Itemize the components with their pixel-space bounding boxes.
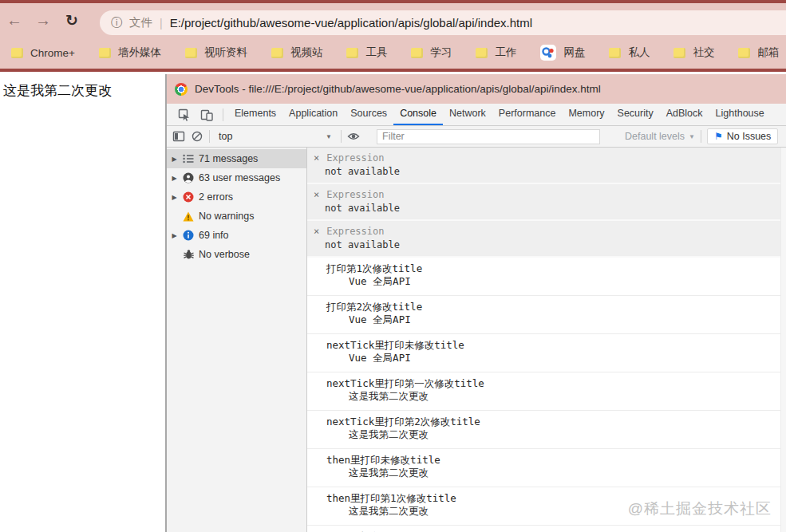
sidebar-item-info[interactable]: ▶ 69 info xyxy=(167,226,306,245)
inspect-element-icon[interactable] xyxy=(178,108,191,121)
bookmark-label: 墙外媒体 xyxy=(118,45,161,60)
bookmark-label: 视频站 xyxy=(290,45,323,60)
chevron-down-icon: ▼ xyxy=(326,133,332,140)
device-toolbar-icon[interactable] xyxy=(200,108,213,121)
console-log-row[interactable]: 打印第1次修改title Vue 全局API xyxy=(307,258,786,296)
clear-console-icon[interactable] xyxy=(191,130,203,143)
address-bar[interactable]: ⓘ 文件 | E:/project/github/awesome-vue/app… xyxy=(100,10,786,35)
remove-expression-icon[interactable]: × xyxy=(314,227,319,236)
remove-expression-icon[interactable]: × xyxy=(314,190,319,199)
reload-icon[interactable]: ↻ xyxy=(57,11,86,30)
juejin-watermark: @稀土掘金技术社区 xyxy=(628,499,772,519)
bookmark-private[interactable]: 私人 xyxy=(609,45,650,60)
log-levels-label: Default levels xyxy=(625,131,685,142)
bookmark-label: 网盘 xyxy=(563,45,585,60)
sidebar-item-label: 63 user messages xyxy=(199,172,280,183)
sidebar-item-errors[interactable]: ▶ 2 errors xyxy=(167,187,306,207)
sidebar-item-label: No verbose xyxy=(199,249,250,260)
url-text[interactable]: E:/project/github/awesome-vue/applicatio… xyxy=(170,16,532,30)
context-selector[interactable]: top ▼ xyxy=(215,131,335,142)
bug-icon xyxy=(183,249,194,260)
back-icon[interactable]: ← xyxy=(0,11,29,30)
bookmark-video-sites[interactable]: 视频站 xyxy=(271,45,323,60)
bookmark-chrome-plus[interactable]: Chrome+ xyxy=(11,47,75,59)
console-log-row[interactable]: then里打印未修改title 这是我第二次更改 xyxy=(307,449,786,487)
log-levels-dropdown[interactable]: Default levels ▼ xyxy=(625,131,695,142)
folder-icon xyxy=(609,48,621,58)
tab-network[interactable]: Network xyxy=(443,104,492,125)
console-sidebar-toggle-icon[interactable] xyxy=(172,130,185,143)
bookmark-study[interactable]: 学习 xyxy=(411,45,452,60)
devtools-window: DevTools - file:///E:/project/github/awe… xyxy=(165,74,786,532)
bookmark-social[interactable]: 社交 xyxy=(673,45,714,60)
tab-security[interactable]: Security xyxy=(611,104,660,125)
sidebar-item-user-messages[interactable]: ▶ 63 user messages xyxy=(167,168,306,187)
bookmark-label: 私人 xyxy=(628,45,650,60)
remove-expression-icon[interactable]: × xyxy=(314,153,319,163)
tab-sources[interactable]: Sources xyxy=(344,104,393,125)
toolbar-separator xyxy=(209,130,210,143)
bookmark-av-material[interactable]: 视听资料 xyxy=(185,45,247,60)
folder-icon xyxy=(346,48,358,58)
sidebar-item-warnings[interactable]: No warnings xyxy=(167,207,306,226)
console-log-row[interactable]: nextTick里打印未修改title Vue 全局API xyxy=(307,334,786,372)
page-info-icon[interactable]: ⓘ xyxy=(111,16,122,30)
devtools-tabbar: Elements Application Sources Console Net… xyxy=(167,104,786,126)
sidebar-item-verbose[interactable]: No verbose xyxy=(167,245,306,264)
folder-icon xyxy=(185,48,197,58)
sidebar-item-all-messages[interactable]: ▶ 71 messages xyxy=(167,149,306,168)
log-line-value: Vue 全局API xyxy=(326,352,786,365)
chevron-down-icon: ▼ xyxy=(689,133,695,140)
console-content: ▶ 71 messages ▶ xyxy=(167,148,786,532)
folder-icon xyxy=(411,48,423,58)
messages-list-icon xyxy=(183,153,194,164)
expand-arrow-icon[interactable]: ▶ xyxy=(171,194,178,201)
filter-input[interactable] xyxy=(377,129,600,144)
page-body-text: 这是我第二次更改 xyxy=(3,81,112,100)
console-log-row[interactable]: nextTick里打印第2次修改title 这是我第二次更改 xyxy=(307,411,786,449)
bookmark-work[interactable]: 工作 xyxy=(476,45,516,60)
live-expression[interactable]: × Expression not available xyxy=(307,184,786,221)
bookmark-label: Chrome+ xyxy=(30,47,75,59)
bookmark-label: 邮箱 xyxy=(757,45,779,60)
folder-icon xyxy=(271,48,283,58)
bookmark-overseas-media[interactable]: 墙外媒体 xyxy=(99,45,161,60)
sidebar-item-label: 71 messages xyxy=(199,153,258,164)
devtools-titlebar[interactable]: DevTools - file:///E:/project/github/awe… xyxy=(167,74,786,104)
console-scrollbar[interactable] xyxy=(780,148,786,532)
tab-elements[interactable]: Elements xyxy=(228,104,282,125)
expand-arrow-icon[interactable]: ▶ xyxy=(171,232,178,239)
sidebar-item-label: No warnings xyxy=(199,211,254,222)
no-issues-button[interactable]: ⚑ No Issues xyxy=(707,128,778,144)
user-icon xyxy=(183,172,194,183)
live-expression[interactable]: × Expression not available xyxy=(307,148,786,184)
log-line-value: Vue 全局API xyxy=(326,313,786,326)
browser-toolbar: ← → ↻ ⓘ 文件 | E:/project/github/awesome-v… xyxy=(0,3,786,37)
bookmark-tools[interactable]: 工具 xyxy=(346,45,387,60)
console-log-row[interactable]: nextTick里打印第一次修改title 这是我第二次更改 xyxy=(307,372,786,411)
live-expression[interactable]: × Expression not available xyxy=(307,221,786,258)
console-log-row[interactable]: 打印第2次修改title Vue 全局API xyxy=(307,296,786,334)
warning-icon xyxy=(183,211,194,222)
tab-adblock[interactable]: AdBlock xyxy=(660,104,709,125)
tab-memory[interactable]: Memory xyxy=(562,104,610,125)
live-expression-eye-icon[interactable] xyxy=(347,130,360,143)
expand-arrow-icon[interactable]: ▶ xyxy=(171,156,178,163)
tab-application[interactable]: Application xyxy=(282,104,344,125)
sidebar-item-label: 69 info xyxy=(199,230,229,241)
forward-icon[interactable]: → xyxy=(29,11,57,30)
log-line: then里打印未修改title xyxy=(326,454,786,467)
bookmark-mail[interactable]: 邮箱 xyxy=(738,45,779,60)
tab-console[interactable]: Console xyxy=(393,104,443,125)
console-log-row[interactable]: then里打印第2次修改title 这是我第二次更改 xyxy=(307,526,786,532)
devtools-title: DevTools - file:///E:/project/github/awe… xyxy=(195,83,601,95)
log-line: nextTick里打印第2次修改title xyxy=(326,416,786,428)
expression-label: Expression xyxy=(326,189,384,200)
expression-value: not available xyxy=(307,164,786,177)
bookmark-netdisk[interactable]: 网盘 xyxy=(540,45,585,61)
sidebar-item-label: 2 errors xyxy=(199,191,233,203)
tab-lighthouse[interactable]: Lighthouse xyxy=(709,104,771,125)
expand-arrow-icon[interactable]: ▶ xyxy=(171,175,178,182)
info-icon xyxy=(183,230,194,241)
tab-performance[interactable]: Performance xyxy=(492,104,563,125)
